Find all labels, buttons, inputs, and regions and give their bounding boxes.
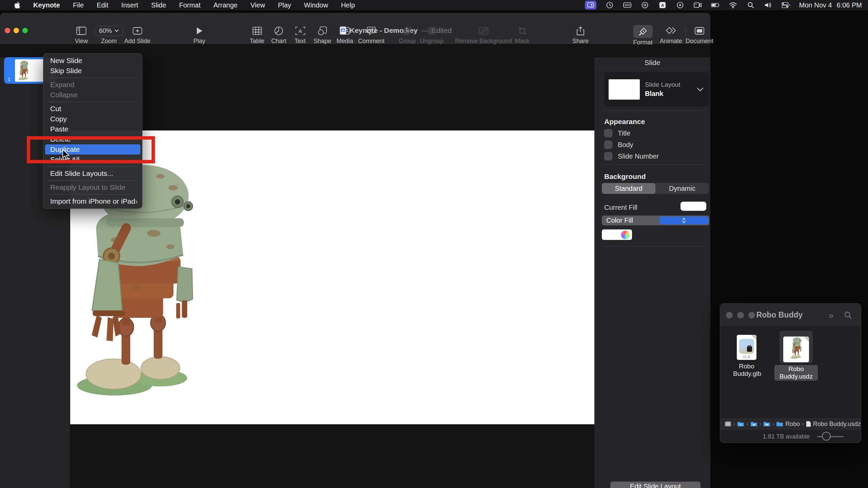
control-center-icon[interactable] — [782, 1, 790, 9]
screen-mirroring-icon[interactable] — [585, 1, 596, 9]
fill-type-value: Color Fill — [606, 217, 655, 224]
svg-text:A: A — [298, 28, 302, 34]
view-icon — [75, 25, 88, 37]
segment-dynamic[interactable]: Dynamic — [655, 183, 709, 194]
group-button: Group — [399, 25, 416, 45]
menu-item-cut[interactable]: Cut — [43, 104, 142, 114]
home-folder-icon[interactable] — [750, 421, 757, 427]
menu-item-new-slide[interactable]: New Slide — [43, 56, 142, 66]
usdz-file-name: Robo Buddy.usdz — [774, 365, 818, 381]
menu-item-paste[interactable]: Paste — [43, 124, 142, 134]
finder-close-button[interactable] — [726, 312, 733, 319]
color-wheel-icon[interactable] — [621, 230, 630, 239]
zoom-window-button[interactable] — [22, 28, 28, 33]
usdz-doc-icon[interactable] — [806, 421, 811, 427]
text-icon: A — [294, 25, 305, 37]
context-menu: New Slide Skip Slide Expand Collapse Cut… — [43, 53, 142, 209]
keyboard-icon[interactable] — [623, 1, 632, 9]
finder-window: Robo Buddy » GLB Robo Buddy.glb Robo Bud… — [720, 303, 861, 443]
comment-button[interactable]: Comment — [358, 25, 384, 45]
animate-button[interactable]: Animate — [660, 25, 682, 45]
path-folder-name[interactable]: Robo — [785, 421, 800, 428]
slide-layout-label: Slide Layout — [645, 81, 680, 88]
body-checkbox[interactable] — [604, 141, 612, 149]
remove-background-icon — [455, 25, 512, 37]
user-folder-icon[interactable] — [737, 421, 744, 427]
finder-path-bar: › › › › Robo › Robo Buddy.usdz — [720, 418, 861, 430]
format-button[interactable]: Format — [633, 25, 652, 46]
add-slide-button[interactable]: Add Slide — [124, 25, 150, 45]
menu-bar-clock[interactable]: Mon Nov 4 6:06 PM — [799, 1, 862, 9]
stepper-icon[interactable] — [659, 217, 708, 224]
menu-item-skip-slide[interactable]: Skip Slide — [43, 66, 142, 76]
play-circle-icon[interactable] — [676, 1, 685, 9]
media-button[interactable]: Media — [336, 25, 353, 45]
desktop-folder-icon[interactable] — [763, 421, 770, 427]
menu-play[interactable]: Play — [272, 0, 298, 10]
table-button[interactable]: Table — [250, 25, 264, 45]
text-button[interactable]: A Text — [294, 25, 305, 45]
file-item-glb[interactable]: GLB Robo Buddy.glb — [733, 335, 760, 378]
play-icon — [193, 25, 205, 37]
disk-icon[interactable] — [725, 421, 731, 427]
apple-menu-icon[interactable] — [8, 0, 27, 10]
menu-item-edit-slide-layouts[interactable]: Edit Slide Layouts... — [43, 168, 142, 179]
menu-window[interactable]: Window — [298, 0, 335, 10]
zoom-control[interactable]: 60% Zoom — [95, 25, 123, 45]
menu-app-name[interactable]: Keynote — [27, 0, 66, 10]
spotlight-search-icon[interactable] — [746, 1, 755, 9]
slide-number-checkbox-row[interactable]: Slide Number — [604, 152, 659, 160]
slide-editor[interactable] — [70, 130, 594, 424]
search-icon[interactable] — [844, 311, 852, 319]
path-file-name[interactable]: Robo Buddy.usdz — [813, 421, 861, 428]
current-fill-swatch[interactable] — [680, 202, 706, 211]
icon-size-slider-knob[interactable] — [822, 432, 831, 441]
menu-item-import[interactable]: Import from iPhone or iPad › — [43, 196, 142, 206]
time-machine-icon[interactable] — [605, 1, 614, 9]
chart-button[interactable]: Chart — [271, 25, 286, 45]
slide-layout-card[interactable]: Slide Layout Blank — [604, 72, 709, 107]
body-checkbox-row[interactable]: Body — [604, 141, 633, 149]
share-button[interactable]: Share — [572, 25, 589, 45]
mask-icon — [515, 25, 529, 37]
group-icon — [399, 25, 416, 37]
minimize-button[interactable] — [14, 28, 19, 33]
menu-file[interactable]: File — [66, 0, 90, 10]
toolbar-overflow-icon[interactable]: » — [829, 310, 832, 321]
slide-canvas — [70, 57, 594, 488]
robo-folder-icon[interactable] — [776, 421, 783, 427]
title-checkbox-row[interactable]: Title — [604, 129, 630, 137]
battery-icon[interactable] — [711, 1, 720, 9]
shape-button[interactable]: Shape — [314, 25, 331, 45]
document-button[interactable]: Document — [686, 25, 713, 45]
wifi-icon[interactable] — [729, 1, 737, 9]
fill-type-select[interactable]: Color Fill — [602, 216, 709, 225]
finder-minimize-button[interactable] — [737, 312, 744, 319]
menu-insert[interactable]: Insert — [115, 0, 145, 10]
file-item-usdz[interactable]: Robo Buddy.usdz — [774, 335, 818, 381]
close-button[interactable] — [5, 28, 10, 33]
play-button[interactable]: Play — [193, 25, 205, 45]
camera-icon[interactable] — [693, 1, 702, 9]
pause-circle-icon[interactable] — [640, 1, 649, 9]
background-segmented-control[interactable]: Standard Dynamic — [602, 183, 709, 194]
slide-number-checkbox[interactable] — [604, 152, 612, 160]
volume-icon[interactable] — [764, 1, 773, 9]
menu-arrange[interactable]: Arrange — [207, 0, 244, 10]
menu-view[interactable]: View — [244, 0, 272, 10]
input-source-icon[interactable]: A — [658, 1, 667, 9]
segment-standard[interactable]: Standard — [602, 183, 655, 194]
usdz-file-icon — [783, 337, 809, 362]
menu-edit[interactable]: Edit — [90, 0, 115, 10]
edit-slide-layout-button[interactable]: Edit Slide Layout — [610, 482, 701, 488]
menu-slide[interactable]: Slide — [145, 0, 173, 10]
menu-format[interactable]: Format — [173, 0, 207, 10]
glb-file-name: Robo Buddy.glb — [733, 363, 760, 378]
sidebar-header: Slide — [594, 57, 710, 68]
mouse-cursor — [62, 149, 71, 160]
title-checkbox[interactable] — [604, 129, 612, 137]
view-button[interactable]: View — [75, 25, 88, 45]
menu-item-copy[interactable]: Copy — [43, 114, 142, 124]
menu-help[interactable]: Help — [335, 0, 361, 10]
fill-color-well[interactable] — [602, 229, 632, 240]
